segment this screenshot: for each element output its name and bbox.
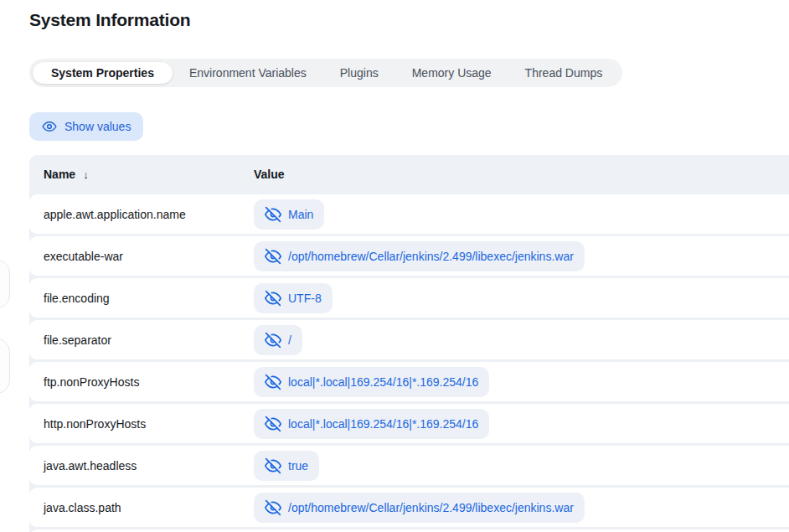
property-value-cell: /opt/homebrew/Cellar/jenkins/2.499/libex…: [254, 493, 789, 523]
hidden-value-text: true: [288, 459, 308, 473]
hidden-value-text: UTF-8: [288, 292, 322, 305]
tab-label: Plugins: [340, 66, 379, 80]
hidden-value-chip[interactable]: /: [254, 325, 302, 355]
tab-environment-variables[interactable]: Environment Variables: [173, 62, 323, 84]
table-row: apple.awt.application.name Main: [29, 194, 789, 234]
eye-slash-icon: [265, 290, 281, 307]
eye-slash-icon: [265, 416, 281, 432]
tab-label: Environment Variables: [189, 66, 307, 80]
eye-icon: [42, 119, 57, 134]
tab-label: Memory Usage: [412, 66, 492, 80]
hidden-value-chip[interactable]: Main: [254, 199, 324, 230]
property-value-cell: local|*.local|169.254/16|*.169.254/16: [254, 409, 789, 439]
property-name: http.nonProxyHosts: [29, 417, 254, 431]
table-row: file.separator /: [29, 320, 789, 359]
table-body: apple.awt.application.name Main executab…: [29, 194, 789, 532]
name-column-label: Name: [44, 168, 75, 181]
hidden-value-chip[interactable]: /opt/homebrew/Cellar/jenkins/2.499/libex…: [254, 493, 585, 523]
tab-thread-dumps[interactable]: Thread Dumps: [508, 62, 620, 84]
property-value-cell: /opt/homebrew/Cellar/jenkins/2.499/libex…: [254, 241, 789, 271]
property-name: java.awt.headless: [29, 459, 254, 473]
table-row: ftp.nonProxyHosts local|*.local|169.254/…: [29, 362, 789, 401]
tab-bar: System Properties Environment Variables …: [29, 59, 622, 87]
hidden-value-chip[interactable]: /opt/homebrew/Cellar/jenkins/2.499/libex…: [254, 241, 585, 271]
property-value-cell: local|*.local|169.254/16|*.169.254/16: [254, 367, 789, 397]
page-title: System Information: [29, 8, 190, 32]
tab-label: System Properties: [51, 66, 154, 80]
clipped-edge-panel: [0, 338, 10, 394]
system-properties-table: Name ↓ Value apple.awt.application.name …: [29, 155, 789, 532]
value-column-label: Value: [254, 168, 285, 181]
hidden-value-text: local|*.local|169.254/16|*.169.254/16: [288, 375, 478, 389]
hidden-value-text: /opt/homebrew/Cellar/jenkins/2.499/libex…: [288, 250, 574, 263]
property-value-cell: /: [254, 325, 789, 355]
eye-slash-icon: [265, 206, 281, 223]
eye-slash-icon: [265, 248, 281, 265]
column-header-name[interactable]: Name ↓: [29, 168, 254, 181]
property-value-cell: true: [254, 451, 789, 481]
eye-slash-icon: [265, 332, 281, 349]
property-name: apple.awt.application.name: [29, 208, 254, 221]
hidden-value-text: local|*.local|169.254/16|*.169.254/16: [288, 417, 478, 431]
eye-slash-icon: [265, 374, 281, 390]
hidden-value-chip[interactable]: true: [254, 451, 319, 481]
hidden-value-text: /: [288, 333, 291, 347]
property-value-cell: Main: [254, 199, 789, 230]
sort-descending-icon: ↓: [83, 168, 89, 181]
eye-slash-icon: [265, 499, 281, 516]
show-values-button[interactable]: Show values: [29, 112, 143, 141]
table-row: java.awt.headless true: [29, 446, 789, 485]
eye-slash-icon: [265, 457, 281, 474]
hidden-value-chip[interactable]: UTF-8: [254, 283, 333, 313]
hidden-value-text: /opt/homebrew/Cellar/jenkins/2.499/libex…: [288, 501, 574, 514]
property-name: ftp.nonProxyHosts: [29, 375, 254, 389]
property-name: file.encoding: [29, 292, 254, 305]
hidden-value-chip[interactable]: local|*.local|169.254/16|*.169.254/16: [254, 367, 489, 397]
hidden-value-text: Main: [288, 208, 313, 221]
hidden-value-chip[interactable]: local|*.local|169.254/16|*.169.254/16: [254, 409, 489, 439]
property-name: file.separator: [29, 333, 254, 347]
table-header: Name ↓ Value: [29, 155, 789, 194]
tab-system-properties[interactable]: System Properties: [33, 62, 173, 84]
property-name: executable-war: [29, 250, 254, 263]
show-values-label: Show values: [64, 120, 131, 133]
property-value-cell: UTF-8: [254, 283, 789, 313]
tab-label: Thread Dumps: [525, 66, 603, 80]
column-header-value[interactable]: Value: [254, 168, 789, 181]
table-row: http.nonProxyHosts local|*.local|169.254…: [29, 404, 789, 443]
property-name: java.class.path: [29, 501, 254, 514]
table-row: executable-war /opt/homebrew/Cellar/jenk…: [29, 236, 789, 276]
table-row: java.class.path /opt/homebrew/Cellar/jen…: [29, 488, 789, 527]
table-row: file.encoding UTF-8: [29, 278, 789, 318]
tab-plugins[interactable]: Plugins: [323, 62, 395, 84]
clipped-edge-panel: [0, 260, 10, 308]
tab-memory-usage[interactable]: Memory Usage: [395, 62, 508, 84]
